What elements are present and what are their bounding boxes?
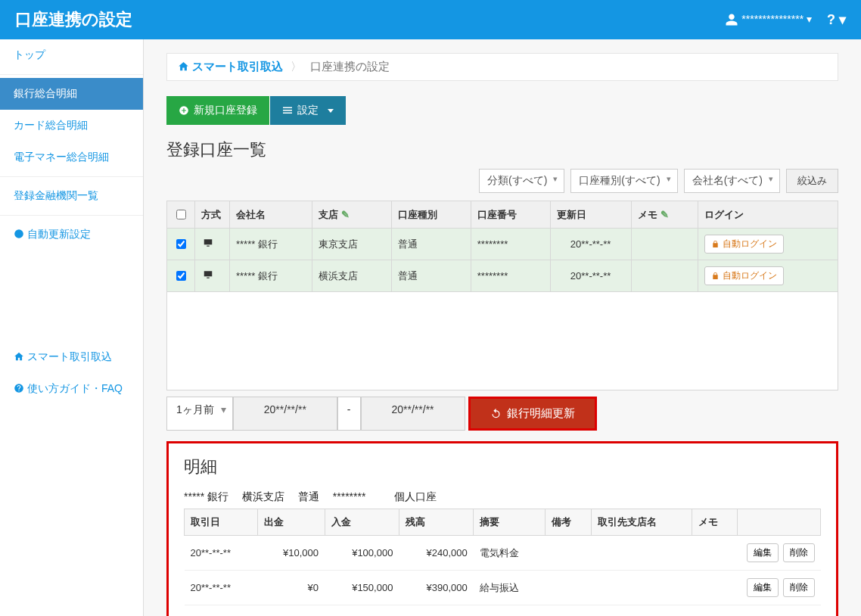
- col-type: 口座種別: [392, 201, 471, 229]
- update-details-button[interactable]: 銀行明細更新: [471, 399, 595, 428]
- accounts-heading: 登録口座一覧: [166, 138, 838, 161]
- detail-account-line: ***** 銀行 横浜支店 普通 ******** 個人口座: [184, 490, 821, 504]
- pencil-icon[interactable]: ✎: [661, 209, 669, 220]
- sidebar-item-card[interactable]: カード総合明細: [0, 110, 143, 142]
- sidebar-item-top[interactable]: トップ: [0, 39, 143, 71]
- delete-button[interactable]: 削除: [783, 578, 815, 597]
- col-branch: 支店✎: [312, 201, 392, 229]
- lock-icon: [711, 272, 720, 280]
- sidebar: トップ 銀行総合明細 カード総合明細 電子マネー総合明細 登録金融機関一覧 自動…: [0, 39, 144, 616]
- accounts-table: 方式 会社名 支店✎ 口座種別 口座番号 更新日 メモ✎ ログイン ***** …: [166, 201, 838, 292]
- svg-rect-2: [283, 113, 292, 114]
- main-content: スマート取引取込 〉 口座連携の設定 新規口座登録 設定 登録口座一覧 分類(す…: [144, 39, 861, 616]
- chevron-right-icon: 〉: [291, 60, 302, 73]
- plus-circle-icon: [179, 105, 189, 116]
- filter-company[interactable]: 会社名(すべて): [684, 169, 780, 193]
- table-row: 20**-**-** ¥10,000 ¥100,000 ¥240,000 電気料…: [185, 536, 821, 571]
- home-icon: [14, 351, 24, 362]
- auto-login-button[interactable]: 自動ログイン: [704, 266, 784, 285]
- details-table: 取引日 出金 入金 残高 摘要 備考 取引先支店名 メモ 20**-**-** …: [184, 509, 821, 605]
- row-checkbox[interactable]: [176, 271, 186, 281]
- page-title: 口座連携の設定: [15, 8, 132, 31]
- sidebar-item-bank[interactable]: 銀行総合明細: [0, 78, 143, 110]
- username: ***************: [741, 13, 803, 25]
- breadcrumb: スマート取引取込 〉 口座連携の設定: [166, 53, 838, 81]
- filter-category[interactable]: 分類(すべて): [479, 169, 564, 193]
- monitor-icon: [201, 238, 215, 248]
- date-from[interactable]: 20**/**/**: [233, 397, 337, 431]
- auto-login-button[interactable]: 自動ログイン: [704, 235, 784, 254]
- select-all-checkbox[interactable]: [176, 210, 186, 219]
- filter-button[interactable]: 絞込み: [786, 169, 838, 193]
- menu-icon: [282, 106, 293, 115]
- period-select[interactable]: 1ヶ月前: [166, 397, 233, 431]
- date-to[interactable]: 20**/**/**: [361, 397, 465, 431]
- clock-icon: [14, 229, 24, 239]
- refresh-icon: [490, 408, 502, 419]
- filter-account-type[interactable]: 口座種別(すべて): [570, 169, 677, 193]
- col-memo: メモ✎: [631, 201, 698, 229]
- col-number: 口座番号: [471, 201, 550, 229]
- table-row: 20**-**-** ¥0 ¥150,000 ¥390,000 給与振込 編集 …: [185, 571, 821, 605]
- home-icon: [178, 61, 189, 72]
- date-dash: -: [337, 397, 361, 431]
- user-menu[interactable]: *************** ▾: [725, 13, 812, 26]
- settings-button[interactable]: 設定: [269, 96, 346, 125]
- row-checkbox[interactable]: [176, 239, 186, 249]
- sidebar-item-reglist[interactable]: 登録金融機関一覧: [0, 180, 143, 212]
- topbar: 口座連携の設定 *************** ▾ ? ▾: [0, 0, 861, 39]
- svg-rect-1: [283, 110, 292, 111]
- sidebar-item-emoney[interactable]: 電子マネー総合明細: [0, 142, 143, 173]
- pencil-icon[interactable]: ✎: [341, 209, 350, 220]
- help-menu[interactable]: ? ▾: [827, 11, 846, 28]
- edit-button[interactable]: 編集: [747, 543, 779, 562]
- sidebar-item-faq[interactable]: 使い方ガイド・FAQ: [0, 373, 143, 405]
- breadcrumb-home[interactable]: スマート取引取込: [192, 60, 283, 73]
- monitor-icon: [201, 269, 215, 280]
- detail-section: 明細 ***** 銀行 横浜支店 普通 ******** 個人口座 取引日 出金…: [166, 441, 838, 616]
- col-updated: 更新日: [550, 201, 631, 229]
- new-account-button[interactable]: 新規口座登録: [166, 96, 269, 125]
- sidebar-item-autoupdate[interactable]: 自動更新設定: [0, 219, 143, 250]
- lock-icon: [711, 240, 720, 248]
- edit-button[interactable]: 編集: [747, 578, 779, 597]
- chevron-down-icon: [328, 109, 334, 113]
- user-icon: [725, 13, 738, 26]
- table-row: ***** 銀行 横浜支店 普通 ******** 20**-**-** 自動ロ…: [167, 260, 838, 292]
- question-icon: [14, 383, 24, 394]
- col-company: 会社名: [230, 201, 312, 229]
- col-login: ログイン: [698, 201, 838, 229]
- table-row: ***** 銀行 東京支店 普通 ******** 20**-**-** 自動ロ…: [167, 229, 838, 260]
- svg-rect-0: [283, 107, 292, 109]
- delete-button[interactable]: 削除: [783, 543, 815, 562]
- breadcrumb-current: 口座連携の設定: [310, 60, 390, 73]
- sidebar-item-smart[interactable]: スマート取引取込: [0, 341, 143, 373]
- detail-title: 明細: [184, 456, 821, 478]
- col-method: 方式: [195, 201, 230, 229]
